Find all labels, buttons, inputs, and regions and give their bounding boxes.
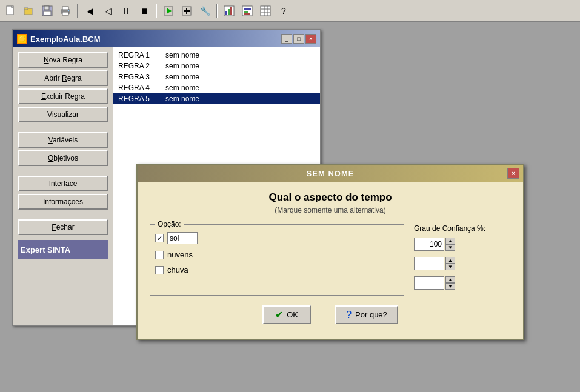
- rule-item-4[interactable]: REGRA 4 sem nome: [113, 82, 320, 93]
- porque-icon: ?: [346, 310, 352, 321]
- filter-btn[interactable]: 🔧: [196, 2, 213, 19]
- abrir-regra-button[interactable]: Abrir Regra: [18, 70, 108, 86]
- objetivos-button[interactable]: Objetivos: [18, 150, 108, 166]
- dialog-body: Qual o aspecto do tempo (Marque somente …: [138, 182, 523, 339]
- opcao-row-2: nuvens: [155, 250, 399, 259]
- porque-label: Por que?: [355, 310, 387, 319]
- add-btn[interactable]: [178, 2, 195, 19]
- ok-button[interactable]: ✔ OK: [262, 305, 311, 324]
- dialog-columns: Opção: nuvens chuva Grau de Confi: [150, 224, 511, 296]
- opcao-checkbox-1[interactable]: [155, 234, 164, 242]
- visualizar-button[interactable]: Visualizar: [18, 107, 108, 122]
- win-controls: _ □ ×: [281, 34, 316, 44]
- main-window-title: ExemploAula.BCM: [30, 35, 281, 44]
- dialog-window: SEM NOME × Qual o aspecto do tempo (Marq…: [136, 164, 524, 340]
- grau-input-3[interactable]: [414, 276, 444, 290]
- ok-label: OK: [287, 310, 298, 319]
- prev-btn[interactable]: ◁: [99, 2, 116, 19]
- grau-input-1[interactable]: [414, 238, 444, 251]
- print-btn[interactable]: [57, 2, 74, 19]
- opcao-row-3: chuva: [155, 265, 399, 274]
- svg-rect-6: [44, 11, 51, 15]
- porque-button[interactable]: ? Por que?: [335, 305, 398, 324]
- spin-down-2[interactable]: ▼: [445, 264, 455, 270]
- rule-name-1: sem nome: [165, 51, 199, 59]
- grau-input-2[interactable]: [414, 257, 444, 270]
- rule-num-1: REGRA 1: [118, 51, 161, 59]
- left-panel: Nova Regra Abrir Regra Excluir Regra Vis…: [13, 47, 113, 325]
- panel-sep1: [18, 125, 108, 130]
- spin-up-1[interactable]: ▲: [445, 238, 455, 244]
- opcao-checkbox-2[interactable]: [155, 251, 164, 259]
- svg-rect-22: [244, 11, 248, 13]
- chart1-btn[interactable]: [221, 2, 238, 19]
- interface-button[interactable]: Interface: [18, 176, 108, 191]
- sep1: [77, 4, 78, 18]
- opcao-row-1: [155, 232, 399, 244]
- ok-icon: ✔: [275, 309, 283, 321]
- back-btn[interactable]: ◀: [81, 2, 98, 19]
- grau-row-3: ▲ ▼: [414, 276, 511, 290]
- fechar-button[interactable]: Fechar: [18, 219, 108, 235]
- spin-btns-1: ▲ ▼: [445, 238, 455, 251]
- svg-rect-5: [44, 6, 49, 10]
- rule-num-2: REGRA 2: [118, 62, 161, 70]
- close-btn[interactable]: ×: [305, 34, 316, 44]
- rule-item-1[interactable]: REGRA 1 sem nome: [113, 50, 320, 61]
- rule-num-3: REGRA 3: [118, 73, 161, 81]
- dialog-titlebar: SEM NOME ×: [138, 165, 523, 182]
- new-file-btn[interactable]: [2, 2, 19, 19]
- rule-item-3[interactable]: REGRA 3 sem nome: [113, 71, 320, 82]
- rule-name-5: sem nome: [165, 95, 199, 103]
- rule-item-2[interactable]: REGRA 2 sem nome: [113, 61, 320, 71]
- run-btn[interactable]: [160, 2, 177, 19]
- svg-rect-8: [62, 7, 68, 10]
- grau-label: Grau de Confiança %:: [414, 224, 511, 233]
- excluir-regra-button[interactable]: Excluir Regra: [18, 88, 108, 104]
- open-file-btn[interactable]: [21, 2, 38, 19]
- spin-down-3[interactable]: ▼: [445, 283, 455, 290]
- opcao-legend: Opção:: [155, 220, 184, 228]
- rule-item-5[interactable]: REGRA 5 sem nome: [113, 93, 320, 104]
- spin-btns-2: ▲ ▼: [445, 257, 455, 270]
- svg-rect-18: [228, 9, 230, 15]
- minimize-btn[interactable]: _: [281, 34, 292, 44]
- opcao-label-2: nuvens: [167, 250, 193, 259]
- spin-down-1[interactable]: ▼: [445, 244, 455, 251]
- panel-sep3: [18, 212, 108, 217]
- sep3: [216, 4, 218, 18]
- pause-btn[interactable]: ⏸: [118, 2, 135, 19]
- spin-btns-3: ▲ ▼: [445, 276, 455, 290]
- svg-rect-21: [244, 8, 251, 10]
- panel-sep2: [18, 168, 108, 173]
- stop-btn[interactable]: ⏹: [136, 2, 153, 19]
- grau-row-1: ▲ ▼: [414, 238, 511, 251]
- svg-rect-10: [68, 10, 69, 11]
- help-btn[interactable]: ?: [275, 2, 292, 19]
- nova-regra-button[interactable]: Nova Regra: [18, 52, 108, 68]
- spin-up-3[interactable]: ▲: [445, 276, 455, 283]
- spin-up-2[interactable]: ▲: [445, 257, 455, 264]
- chart2-btn[interactable]: [239, 2, 256, 19]
- dialog-title: SEM NOME: [307, 169, 355, 178]
- main-window-icon: 🟡: [17, 34, 27, 44]
- svg-rect-3: [24, 8, 28, 10]
- table-btn[interactable]: [257, 2, 274, 19]
- rule-num-5: REGRA 5: [118, 95, 161, 103]
- dialog-footer: ✔ OK ? Por que?: [150, 301, 511, 331]
- variaveis-button[interactable]: Variáveis: [18, 132, 108, 148]
- toolbar: ◀ ◁ ⏸ ⏹ 🔧 ?: [0, 0, 580, 22]
- svg-rect-19: [230, 7, 232, 15]
- dialog-close-btn[interactable]: ×: [507, 168, 519, 179]
- maximize-btn[interactable]: □: [293, 34, 304, 44]
- opcao-input-1[interactable]: [167, 232, 198, 244]
- opcao-group: Opção: nuvens chuva: [150, 224, 404, 296]
- grau-group: Grau de Confiança %: ▲ ▼ ▲ ▼: [414, 224, 511, 296]
- dialog-question: Qual o aspecto do tempo: [150, 191, 511, 204]
- save-file-btn[interactable]: [39, 2, 56, 19]
- informacoes-button[interactable]: Informações: [18, 194, 108, 210]
- svg-rect-17: [225, 11, 227, 15]
- svg-marker-12: [167, 8, 172, 14]
- opcao-label-3: chuva: [167, 265, 188, 274]
- opcao-checkbox-3[interactable]: [155, 266, 164, 274]
